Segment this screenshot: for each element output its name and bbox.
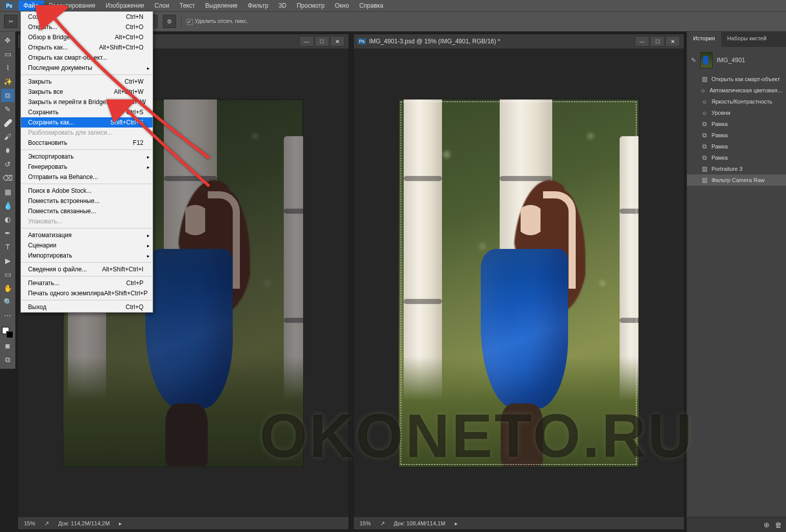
- menu-выделение[interactable]: Выделение: [200, 1, 243, 11]
- menu-item[interactable]: Экспортировать▸: [21, 151, 153, 162]
- share-icon[interactable]: ↗: [380, 520, 385, 527]
- menu-item[interactable]: Поместить связанные...: [21, 206, 153, 216]
- move-tool-icon[interactable]: ✥: [1, 34, 14, 47]
- crop-tool-preset-icon[interactable]: ✂: [4, 15, 17, 28]
- clone-stamp-tool-icon[interactable]: ⧯: [1, 144, 14, 157]
- pen-tool-icon[interactable]: ✒: [1, 226, 14, 240]
- menu-item[interactable]: Отправить на Behance...: [21, 172, 153, 182]
- menu-item[interactable]: Закрыть и перейти в Bridge...Shift+Ctrl+…: [21, 97, 153, 107]
- eyedropper-tool-icon[interactable]: ✎: [1, 103, 14, 116]
- lasso-tool-icon[interactable]: ⌇: [1, 61, 14, 74]
- gradient-tool-icon[interactable]: ▦: [1, 185, 14, 198]
- eraser-tool-icon[interactable]: ⌫: [1, 171, 14, 185]
- tab-history[interactable]: История: [687, 32, 721, 47]
- document-titlebar[interactable]: Ps IMG_4901-3.psd @ 15% (IMG_4901, RGB/1…: [354, 34, 684, 48]
- menu-item[interactable]: ЗакрытьCtrl+W: [21, 77, 153, 87]
- path-selection-tool-icon[interactable]: ▶: [1, 254, 14, 267]
- menu-item[interactable]: Последние документы▸: [21, 63, 153, 73]
- shape-tool-icon[interactable]: ▭: [1, 268, 14, 281]
- menu-item[interactable]: Закрыть всеAlt+Ctrl+W: [21, 87, 153, 97]
- document-canvas[interactable]: [354, 48, 684, 517]
- menu-item[interactable]: Генерировать▸: [21, 162, 153, 172]
- history-state[interactable]: ⧉Рамка: [687, 130, 786, 141]
- tab-brush-presets[interactable]: Наборы кистей: [721, 32, 773, 47]
- history-state[interactable]: ⧉Рамка: [687, 152, 786, 163]
- doc-info[interactable]: Док: 108,4M/114,1M: [394, 520, 446, 526]
- history-brush-tool-icon[interactable]: ↺: [1, 158, 14, 171]
- history-brush-source-icon[interactable]: ✎: [691, 57, 696, 64]
- menu-item[interactable]: Сценарии▸: [21, 240, 153, 250]
- menu-файл[interactable]: Файл: [18, 1, 44, 11]
- menu-item[interactable]: Автоматизация▸: [21, 230, 153, 240]
- menu-item[interactable]: ВосстановитьF12: [21, 138, 153, 148]
- menu-item[interactable]: Печать одного экземпляраAlt+Shift+Ctrl+P: [21, 288, 153, 298]
- minimize-button[interactable]: —: [300, 36, 314, 46]
- menu-item-label: Закрыть: [28, 78, 52, 85]
- menu-окно[interactable]: Окно: [330, 1, 354, 11]
- snapshot-thumbnail-icon: [700, 52, 713, 68]
- more-tools-icon[interactable]: ⋯: [1, 309, 14, 322]
- menu-item[interactable]: Создать...Ctrl+N: [21, 12, 153, 22]
- zoom-level[interactable]: 15%: [360, 520, 371, 526]
- menu-item[interactable]: Обзор в Bridge...Alt+Ctrl+O: [21, 32, 153, 42]
- doc-info[interactable]: Док: 114,2M/114,2M: [58, 520, 110, 526]
- menu-item[interactable]: Сохранить как...Shift+Ctrl+S: [21, 117, 153, 128]
- color-swatches[interactable]: [1, 326, 14, 339]
- history-state[interactable]: ☼Уровни: [687, 107, 786, 118]
- healing-brush-tool-icon[interactable]: 🩹: [1, 116, 14, 130]
- share-icon[interactable]: ↗: [44, 520, 49, 527]
- maximize-button[interactable]: ☐: [650, 36, 665, 46]
- crop-icon: ⧉: [700, 131, 708, 139]
- menu-фильтр[interactable]: Фильтр: [243, 1, 274, 11]
- close-button[interactable]: ✕: [666, 36, 680, 46]
- menu-просмотр[interactable]: Просмотр: [291, 1, 330, 11]
- magic-wand-tool-icon[interactable]: ✨: [1, 75, 14, 88]
- blur-tool-icon[interactable]: 💧: [1, 199, 14, 212]
- menu-item[interactable]: Импортировать▸: [21, 250, 153, 261]
- marquee-tool-icon[interactable]: ▭: [1, 47, 14, 61]
- crop-settings-icon[interactable]: ⚙: [163, 15, 176, 28]
- menu-текст[interactable]: Текст: [175, 1, 200, 11]
- menu-item-shortcut: Ctrl+N: [126, 13, 143, 20]
- menu-item[interactable]: СохранитьCtrl+S: [21, 107, 153, 117]
- history-state[interactable]: ⧉Рамка: [687, 118, 786, 130]
- menu-item[interactable]: Печатать...Ctrl+P: [21, 278, 153, 288]
- zoom-level[interactable]: 15%: [24, 520, 35, 526]
- chevron-right-icon[interactable]: ▸: [119, 520, 122, 527]
- hand-tool-icon[interactable]: ✋: [1, 282, 14, 295]
- create-document-icon[interactable]: ⊕: [764, 521, 770, 529]
- history-state[interactable]: ▥Portraiture 3: [687, 163, 786, 174]
- delete-state-icon[interactable]: 🗑: [775, 521, 782, 529]
- separator: [181, 15, 182, 28]
- menu-item[interactable]: ВыходCtrl+Q: [21, 302, 153, 312]
- dodge-tool-icon[interactable]: ◐: [1, 213, 14, 226]
- screen-mode-icon[interactable]: ⧉: [1, 353, 14, 366]
- quick-mask-icon[interactable]: ◙: [1, 339, 14, 352]
- menu-item[interactable]: Открыть...Ctrl+O: [21, 22, 153, 32]
- history-state[interactable]: ⧉Рамка: [687, 141, 786, 152]
- history-state[interactable]: ☼Автоматическая цветовая корре: [687, 85, 786, 96]
- menu-item[interactable]: Поместить встроенные...: [21, 196, 153, 206]
- crop-tool-icon[interactable]: ⧉: [1, 89, 14, 102]
- brush-tool-icon[interactable]: 🖌: [1, 130, 14, 143]
- menu-item[interactable]: Открыть как смарт-объект...: [21, 53, 153, 63]
- delete-cropped-checkbox[interactable]: Удалить отсеч. пикс.: [187, 18, 249, 24]
- maximize-button[interactable]: ☐: [315, 36, 329, 46]
- menu-редактирование[interactable]: Редактирование: [44, 1, 101, 11]
- history-snapshot[interactable]: ✎ IMG_4901: [687, 47, 786, 73]
- history-state[interactable]: ▥Открыть как смарт-объект: [687, 73, 786, 85]
- menu-3d[interactable]: 3D: [274, 1, 291, 11]
- minimize-button[interactable]: —: [635, 36, 649, 46]
- history-state[interactable]: ☼Яркость/Контрастность: [687, 96, 786, 107]
- close-button[interactable]: ✕: [330, 36, 345, 46]
- menu-слои[interactable]: Слои: [150, 1, 175, 11]
- type-tool-icon[interactable]: T: [1, 240, 14, 254]
- menu-item[interactable]: Открыть как...Alt+Shift+Ctrl+O: [21, 42, 153, 53]
- menu-справка[interactable]: Справка: [354, 1, 388, 11]
- menu-item[interactable]: Поиск в Adobe Stock...: [21, 186, 153, 196]
- menu-item[interactable]: Сведения о файле...Alt+Shift+Ctrl+I: [21, 264, 153, 274]
- history-state[interactable]: ▥Фильтр Camera Raw: [687, 174, 786, 186]
- chevron-right-icon[interactable]: ▸: [455, 520, 458, 527]
- menu-изображение[interactable]: Изображение: [101, 1, 150, 11]
- zoom-tool-icon[interactable]: 🔍: [1, 295, 14, 309]
